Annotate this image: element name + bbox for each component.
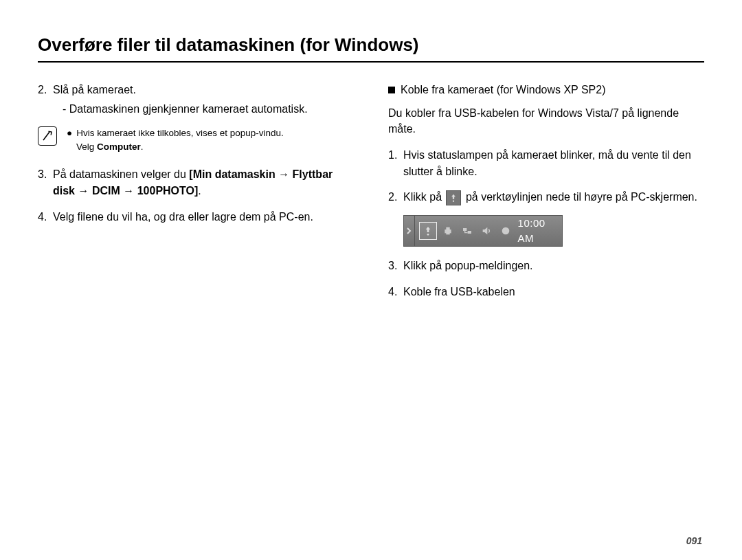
notification-icon xyxy=(497,223,514,239)
eject-usb-icon xyxy=(419,222,437,240)
systray-screenshot: 10:00 AM xyxy=(403,215,563,247)
r2-post: på verktøylinjen nede til høyre på PC-sk… xyxy=(466,191,697,203)
step-body: Klikk på på verktøylinjen nede til høyre… xyxy=(403,189,704,205)
note-line-2-pre: Velg xyxy=(76,142,97,152)
svg-rect-3 xyxy=(446,227,449,229)
step-text: Slå på kameraet. xyxy=(53,84,136,96)
step-number: 3. xyxy=(388,258,403,274)
network-icon xyxy=(459,223,475,239)
r-step-4: 4. Koble fra USB-kabelen xyxy=(388,284,704,300)
r2-pre: Klikk på xyxy=(403,191,445,203)
printer-icon xyxy=(440,223,456,239)
tray-icons xyxy=(415,222,518,240)
r-step-3: 3. Klikk på popup-meldingen. xyxy=(388,258,704,274)
tray-expand-arrow-icon xyxy=(404,216,415,246)
svg-rect-4 xyxy=(446,232,449,234)
paragraph: Du kobler fra USB-kabelen for Windows Vi… xyxy=(388,105,704,137)
note-icon xyxy=(38,126,57,146)
step-3: 3. På datamaskinen velger du [Min datama… xyxy=(38,166,354,199)
step-body: På datamaskinen velger du [Min datamaski… xyxy=(53,166,354,199)
svg-rect-5 xyxy=(463,228,466,231)
note-line-1: Hvis kameraet ikke tilkobles, vises et p… xyxy=(76,126,284,140)
manual-page: Overføre filer til datamaskinen (for Win… xyxy=(0,0,742,560)
step-body: Koble fra USB-kabelen xyxy=(403,284,704,300)
page-title: Overføre filer til datamaskinen (for Win… xyxy=(38,34,704,63)
step-subtext: - Datamaskinen gjenkjenner kameraet auto… xyxy=(63,101,354,117)
r-step-2: 2. Klikk på på verktøylinjen nede til hø… xyxy=(388,189,704,205)
step-body: Hvis statuslampen på kameraet blinker, m… xyxy=(403,147,704,179)
subheading: Koble fra kameraet (for Windows XP SP2) xyxy=(388,82,704,98)
left-column: 2. Slå på kameraet. - Datamaskinen gjenk… xyxy=(38,82,354,309)
step-number: 4. xyxy=(38,209,53,225)
note-line-2-post: . xyxy=(141,142,144,152)
volume-icon xyxy=(478,223,495,239)
step-2: 2. Slå på kameraet. - Datamaskinen gjenk… xyxy=(38,82,354,117)
note-box: ● Hvis kameraet ikke tilkobles, vises et… xyxy=(38,126,354,154)
subheading-text: Koble fra kameraet (for Windows XP SP2) xyxy=(401,82,606,98)
step-body: Klikk på popup-meldingen. xyxy=(403,258,704,274)
bullet: ● xyxy=(67,126,72,140)
note-text: ● Hvis kameraet ikke tilkobles, vises et… xyxy=(67,126,354,154)
square-bullet-icon xyxy=(388,87,395,93)
step3-pre: På datamaskinen velger du xyxy=(53,168,189,180)
step-number: 4. xyxy=(388,284,403,300)
svg-point-1 xyxy=(427,234,429,236)
step-body: Slå på kameraet. - Datamaskinen gjenkjen… xyxy=(53,82,354,117)
step-number: 1. xyxy=(388,147,403,179)
step-number: 2. xyxy=(388,189,403,205)
step-number: 2. xyxy=(38,82,53,117)
svg-point-7 xyxy=(502,227,509,235)
tray-clock: 10:00 AM xyxy=(518,216,562,246)
step3-post: . xyxy=(198,185,201,197)
step-body: Velg filene du vil ha, og dra eller lagr… xyxy=(53,209,354,225)
two-column-layout: 2. Slå på kameraet. - Datamaskinen gjenk… xyxy=(38,82,704,309)
note-line-2-bold: Computer xyxy=(97,142,141,152)
right-column: Koble fra kameraet (for Windows XP SP2) … xyxy=(388,82,704,309)
step-number: 3. xyxy=(38,166,53,199)
step-4: 4. Velg filene du vil ha, og dra eller l… xyxy=(38,209,354,225)
r-step-1: 1. Hvis statuslampen på kameraet blinker… xyxy=(388,147,704,179)
eject-usb-icon xyxy=(446,190,461,205)
svg-rect-6 xyxy=(467,231,471,234)
page-number: 091 xyxy=(686,535,702,546)
svg-point-0 xyxy=(453,201,454,202)
